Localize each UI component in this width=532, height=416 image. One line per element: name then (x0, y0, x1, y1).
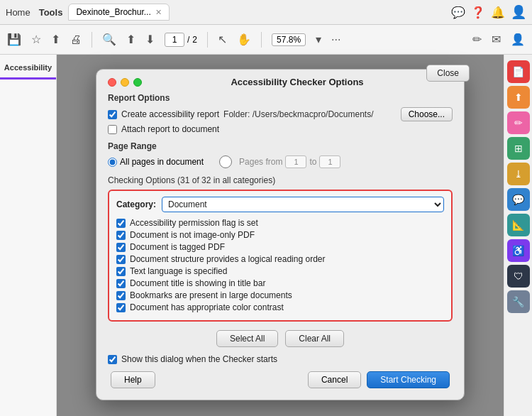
check-item-2-label: Document is tagged PDF (130, 242, 225, 252)
check-item-1-label: Document is not image-only PDF (130, 230, 255, 240)
select-all-button[interactable]: Select All (216, 330, 278, 347)
check-item-1: Document is not image-only PDF (116, 230, 444, 240)
check-item-2-checkbox[interactable] (116, 243, 126, 252)
check-item-0-checkbox[interactable] (116, 219, 126, 228)
sidebar-comment-icon[interactable]: 💬 (507, 188, 530, 211)
sidebar-tools-icon[interactable]: 🔧 (507, 290, 530, 313)
user-avatar[interactable]: 👤 (511, 4, 526, 20)
check-item-3-label: Document structure provides a logical re… (130, 254, 325, 264)
attach-report-checkbox[interactable] (108, 125, 117, 134)
panel-title: Accessibility (0, 60, 56, 80)
bookmark-icon[interactable]: ☆ (31, 33, 41, 46)
main-layout: Accessibility Close Accessibility Checke… (0, 55, 532, 416)
pages-from-radio[interactable] (215, 155, 236, 168)
compress-icon-symbol: ⤓ (514, 168, 523, 180)
zoom-out-icon[interactable]: 🔍 (102, 33, 116, 46)
accessibility-icon-symbol: ♿ (512, 245, 524, 256)
check-item-4-checkbox[interactable] (116, 267, 126, 276)
traffic-light-close[interactable] (108, 78, 116, 87)
sidebar-compress-icon[interactable]: ⤓ (507, 163, 530, 185)
all-pages-label: All pages in document (120, 157, 204, 167)
sidebar-form-icon[interactable]: ✏ (507, 111, 530, 134)
pdf-icon-symbol: 📄 (512, 66, 524, 77)
comment-icon-symbol: 💬 (512, 194, 524, 205)
tab-label: Dexinote_Brochur... (76, 7, 150, 17)
traffic-lights (108, 78, 142, 87)
page-total: 2 (192, 35, 197, 45)
check-item-5-checkbox[interactable] (116, 279, 126, 288)
sidebar-accessibility-icon[interactable]: ♿ (507, 239, 530, 262)
annotate-icon[interactable]: ✏ (472, 33, 482, 46)
category-select[interactable]: Document (162, 197, 444, 212)
sidebar-measure-icon[interactable]: 📐 (507, 214, 530, 236)
check-item-0: Accessibility permission flag is set (116, 218, 444, 228)
attach-report-row: Attach report to document (108, 124, 453, 134)
share-icon[interactable]: 👤 (511, 33, 525, 46)
bell-icon[interactable]: 🔔 (491, 6, 505, 19)
create-report-checkbox[interactable] (108, 110, 117, 119)
close-panel-button[interactable]: Close (426, 65, 470, 82)
print-icon[interactable]: 🖨 (70, 33, 82, 46)
prev-page-icon[interactable]: ⬆ (126, 33, 135, 46)
accessibility-checker-dialog: Accessibility Checker Options Report Opt… (96, 69, 465, 400)
save-icon[interactable]: 💾 (7, 33, 21, 46)
cancel-button[interactable]: Cancel (308, 371, 361, 388)
category-box: Category: Document Accessibility permiss… (108, 190, 453, 322)
cursor-icon[interactable]: ↖ (218, 33, 227, 46)
tab-close-icon[interactable]: ✕ (155, 8, 162, 17)
more-options-icon[interactable]: ··· (331, 33, 340, 46)
upload-icon[interactable]: ⬆ (51, 33, 60, 46)
bottom-row: Help Cancel Start Checking (108, 371, 453, 388)
attach-report-label: Attach report to document (121, 124, 219, 134)
tools-tab[interactable]: Tools (39, 7, 63, 18)
email-icon[interactable]: ✉ (492, 33, 501, 46)
export-icon-symbol: ⬆ (514, 92, 523, 103)
start-checking-button[interactable]: Start Checking (367, 371, 450, 388)
page-number-input[interactable] (165, 33, 184, 47)
page-range-label: Page Range (108, 141, 453, 151)
check-item-5: Document title is showing in title bar (116, 278, 444, 288)
security-icon-symbol: 🛡 (514, 270, 523, 282)
sidebar-export-icon[interactable]: ⬆ (507, 86, 530, 109)
organize-icon-symbol: ⊞ (514, 143, 523, 154)
browser-nav: Home Tools (6, 7, 62, 18)
pages-from-input[interactable] (285, 155, 306, 168)
show-dialog-checkbox[interactable] (108, 355, 117, 364)
checking-options-label: Checking Options (31 of 32 in all catego… (108, 175, 453, 185)
chat-icon[interactable]: 💬 (451, 6, 465, 19)
help-button[interactable]: Help (111, 371, 155, 388)
dialog-titlebar: Accessibility Checker Options (96, 70, 464, 93)
show-dialog-label: Show this dialog when the Checker starts (121, 354, 277, 364)
sidebar-organize-icon[interactable]: ⊞ (507, 137, 530, 160)
help-icon[interactable]: ❓ (471, 6, 485, 19)
check-item-3-checkbox[interactable] (116, 255, 126, 264)
choose-button[interactable]: Choose... (401, 107, 453, 121)
check-item-7-checkbox[interactable] (116, 303, 126, 312)
report-options-section: Report Options Create accessibility repo… (108, 93, 453, 134)
traffic-light-minimize[interactable] (121, 78, 129, 87)
check-item-5-label: Document title is showing in title bar (130, 278, 265, 288)
page-range-radio-row: All pages in document Pages from to (108, 155, 453, 168)
main-toolbar: 💾 ☆ ⬆ 🖨 🔍 ⬆ ⬇ / 2 ↖ ✋ 57.8% ▾ ··· ✏ ✉ 👤 (0, 25, 532, 55)
clear-all-button[interactable]: Clear All (285, 330, 344, 347)
zoom-level[interactable]: 57.8% (272, 33, 306, 46)
zoom-arrow-icon[interactable]: ▾ (316, 33, 321, 46)
next-page-icon[interactable]: ⬇ (145, 33, 155, 46)
create-report-label: Create accessibility report (121, 109, 219, 119)
document-tab[interactable]: Dexinote_Brochur... ✕ (68, 4, 169, 21)
page-separator: / (187, 35, 189, 45)
sidebar-security-icon[interactable]: 🛡 (507, 265, 530, 288)
hand-icon[interactable]: ✋ (237, 33, 251, 46)
pages-to-input[interactable] (319, 155, 340, 168)
page-range-section: Page Range All pages in document Pages f… (108, 141, 453, 168)
sidebar-pdf-icon[interactable]: 📄 (507, 60, 530, 83)
pages-from-group: Pages from to (215, 155, 340, 168)
check-item-6-checkbox[interactable] (116, 291, 126, 300)
check-item-1-checkbox[interactable] (116, 231, 126, 240)
all-pages-radio[interactable] (108, 158, 117, 167)
close-panel-container: Close (426, 65, 470, 82)
traffic-light-maximize[interactable] (133, 78, 142, 87)
content-area: Close Accessibility Checker Options Repo… (57, 55, 504, 416)
home-tab[interactable]: Home (6, 7, 31, 18)
dialog-title: Accessibility Checker Options (142, 77, 453, 87)
